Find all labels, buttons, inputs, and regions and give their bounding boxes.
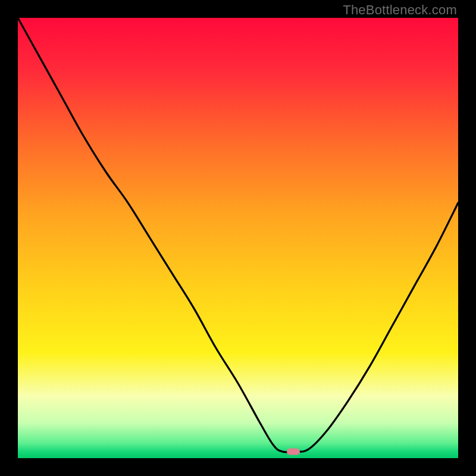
plot-area [18, 18, 458, 458]
attribution-text: TheBottleneck.com [343, 2, 457, 18]
optimum-marker [287, 448, 300, 455]
bottleneck-curve [18, 18, 458, 458]
chart-frame: TheBottleneck.com [0, 0, 476, 476]
